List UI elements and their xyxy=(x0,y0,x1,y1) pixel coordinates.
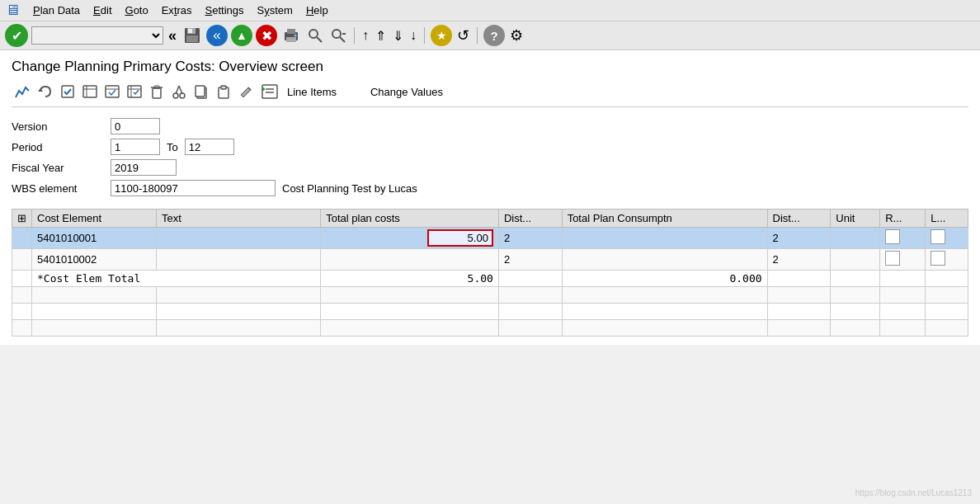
col-header-text: Text xyxy=(157,210,321,228)
svg-point-8 xyxy=(309,30,318,38)
menu-item-settings[interactable]: Settings xyxy=(205,4,244,16)
find-next-button[interactable] xyxy=(328,26,348,45)
action-cut-button[interactable] xyxy=(169,82,189,101)
cell-text xyxy=(157,249,321,271)
page-down-button[interactable]: ⇓ xyxy=(391,27,405,45)
action-edit-button[interactable] xyxy=(236,82,256,101)
toolbar: ✔ « « ▲ ✖ ↑ ⇑ ⇓ ↓ ★ ↺ ? ⚙ xyxy=(0,21,980,50)
l-checkbox[interactable] xyxy=(931,229,945,244)
version-label: Version xyxy=(12,120,111,133)
svg-point-7 xyxy=(294,35,297,37)
cell-total-plan-costs[interactable] xyxy=(321,249,499,271)
svg-point-10 xyxy=(332,30,341,38)
version-input[interactable] xyxy=(111,118,160,134)
menu-item-system[interactable]: System xyxy=(257,4,293,16)
double-back-button[interactable]: « xyxy=(167,26,178,45)
svg-line-9 xyxy=(317,37,322,42)
action-graph-button[interactable] xyxy=(12,82,33,101)
svg-rect-35 xyxy=(262,85,277,98)
version-row: Version xyxy=(12,117,968,135)
action-paste-button[interactable] xyxy=(214,82,233,101)
app-logo: 🖥 xyxy=(5,2,20,19)
action-copy-button[interactable] xyxy=(191,82,211,101)
action-line-items-icon[interactable] xyxy=(258,82,281,101)
svg-line-28 xyxy=(176,86,179,94)
svg-rect-15 xyxy=(83,86,97,97)
table-row: 5401010002 2 2 xyxy=(12,249,968,271)
fiscal-year-input[interactable] xyxy=(111,159,177,176)
save-button[interactable] xyxy=(181,26,203,45)
cell-text xyxy=(157,228,321,249)
l-checkbox[interactable] xyxy=(931,251,945,266)
col-header-r: R... xyxy=(880,210,926,228)
fiscal-year-label: Fiscal Year xyxy=(12,162,111,174)
last-page-button[interactable]: ↓ xyxy=(408,27,418,44)
svg-marker-13 xyxy=(38,88,43,92)
back-button[interactable]: « xyxy=(206,25,228,46)
action-select-button[interactable] xyxy=(58,82,78,101)
cell-l xyxy=(926,228,968,249)
table-total-row: *Cost Elem Total 5.00 0.000 xyxy=(12,271,968,287)
cell-r-total xyxy=(880,271,926,287)
action-btn6[interactable] xyxy=(125,82,144,101)
total-plan-costs-input[interactable] xyxy=(427,229,493,247)
refresh-button[interactable]: ↺ xyxy=(455,26,471,45)
action-btn4[interactable] xyxy=(80,82,100,101)
table-row-empty xyxy=(12,304,968,320)
confirm-button[interactable]: ✔ xyxy=(5,24,28,47)
cell-total-plan-consumptn xyxy=(562,228,767,249)
separator1 xyxy=(354,27,355,44)
menu-bar: 🖥 Plan Data Edit Goto Extras Settings Sy… xyxy=(0,0,980,21)
r-checkbox[interactable] xyxy=(885,229,900,244)
line-items-label[interactable]: Line Items xyxy=(284,84,340,100)
action-undo-button[interactable] xyxy=(35,82,55,101)
cell-dist1-total xyxy=(498,271,562,287)
wbs-input[interactable] xyxy=(111,180,276,196)
cell-total-plan-consumptn xyxy=(562,249,767,271)
cell-icon xyxy=(12,249,32,271)
cancel-button[interactable]: ✖ xyxy=(256,25,277,46)
svg-rect-31 xyxy=(196,86,205,97)
cell-unit xyxy=(831,249,880,271)
bookmark-button[interactable]: ★ xyxy=(431,25,452,46)
col-header-cost-element: Cost Element xyxy=(32,210,157,228)
action-delete-button[interactable] xyxy=(147,82,167,101)
col-header-icon: ⊞ xyxy=(12,210,32,228)
nav-up-button[interactable]: ▲ xyxy=(231,25,252,46)
r-checkbox[interactable] xyxy=(885,251,900,266)
form-section: Version Period To Fiscal Year WBS elemen… xyxy=(12,117,968,197)
find-button[interactable] xyxy=(305,26,325,45)
action-btn5[interactable] xyxy=(102,82,122,101)
table-row-empty xyxy=(12,287,968,304)
cell-dist2: 2 xyxy=(767,228,831,249)
menu-item-goto[interactable]: Goto xyxy=(125,4,148,16)
period-to-input[interactable] xyxy=(185,139,234,155)
table-row-empty xyxy=(12,320,968,337)
cell-l xyxy=(926,249,968,271)
first-page-button[interactable]: ↑ xyxy=(360,27,370,44)
col-header-unit: Unit xyxy=(831,210,880,228)
fiscal-year-row: Fiscal Year xyxy=(12,158,968,177)
menu-item-edit[interactable]: Edit xyxy=(93,4,111,16)
menu-item-extras[interactable]: Extras xyxy=(162,4,192,16)
to-label: To xyxy=(167,141,178,153)
svg-rect-3 xyxy=(186,35,198,42)
settings-button[interactable]: ⚙ xyxy=(508,26,525,45)
page-up-button[interactable]: ⇑ xyxy=(374,27,388,45)
print-button[interactable] xyxy=(280,26,302,45)
menu-item-plan-data[interactable]: Plan Data xyxy=(33,4,80,16)
cost-table: ⊞ Cost Element Text Total plan costs Dis… xyxy=(12,209,968,337)
cell-r xyxy=(880,249,926,271)
main-content: Change Planning Primary Costs: Overview … xyxy=(0,50,980,345)
transaction-select[interactable] xyxy=(31,26,163,45)
help-button[interactable]: ? xyxy=(483,25,505,46)
svg-line-29 xyxy=(179,86,182,94)
col-header-l: L... xyxy=(926,210,968,228)
cell-total-plan-costs[interactable] xyxy=(321,228,499,249)
change-values-label[interactable]: Change Values xyxy=(367,84,446,100)
period-row: Period To xyxy=(12,138,968,156)
wbs-label: WBS element xyxy=(12,182,111,195)
period-input[interactable] xyxy=(111,139,160,155)
menu-item-help[interactable]: Help xyxy=(306,4,328,16)
col-header-total-plan-costs: Total plan costs xyxy=(321,210,499,228)
